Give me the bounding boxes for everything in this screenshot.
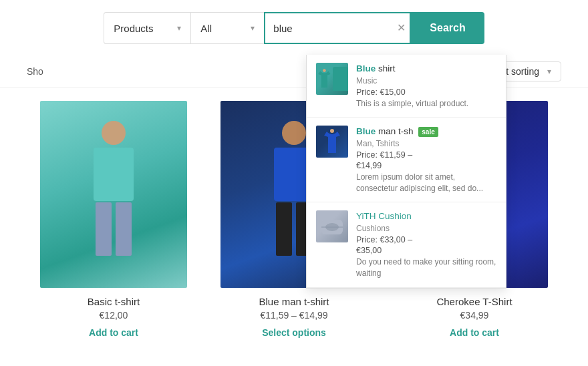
product-card-basic-tshirt: Basic t-shirt €12,00 Add to cart: [27, 101, 200, 338]
legs: [80, 202, 147, 256]
products-dropdown[interactable]: Products ▾: [104, 12, 190, 44]
result-desc-blue-man: Lorem ipsum dolor sit amet, consectetur …: [356, 172, 496, 194]
head-2: [282, 121, 306, 145]
sale-badge: sale: [418, 127, 438, 137]
all-dropdown-label: All: [200, 23, 212, 34]
result-info-cushion: YiTH Cushion Cushions Price: €33,00 – €3…: [356, 210, 496, 279]
select-options-blue-man[interactable]: Select options: [262, 327, 326, 338]
sort-chevron: ▾: [547, 67, 551, 76]
showing-text: Sho: [27, 66, 43, 77]
human-figure-basic: [80, 121, 147, 268]
clear-search-button[interactable]: ✕: [397, 23, 406, 33]
all-dropdown[interactable]: All ▾: [190, 12, 264, 44]
result-highlight: Blue: [356, 63, 376, 73]
body: [94, 148, 134, 201]
product-name-blue-man: Blue man t-shirt: [259, 296, 329, 307]
result-desc-blue-shirt: This is a simple, virtual product.: [356, 98, 496, 110]
result-title-cushion: YiTH Cushion: [356, 210, 496, 222]
svg-point-0: [323, 69, 326, 72]
all-dropdown-chevron: ▾: [251, 23, 255, 33]
result-category-blue-man: Man, Tshirts: [356, 139, 496, 148]
product-price-blue-man: €11,59 – €14,99: [260, 310, 327, 321]
result-info-blue-man: Blue man t-sh sale Man, Tshirts Price: €…: [356, 126, 496, 194]
result-info-blue-shirt: Blue shirt Music Price: €15,00 This is a…: [356, 63, 496, 109]
result-category-blue-shirt: Music: [356, 76, 496, 85]
svg-point-1: [330, 129, 334, 133]
product-img-bg-basic: [40, 101, 187, 288]
search-bar: Products ▾ All ▾ ✕ Search: [0, 0, 588, 56]
product-name-basic-tshirt: Basic t-shirt: [88, 296, 140, 307]
result-title-suffix-2: man t-sh: [376, 126, 413, 136]
result-title-blue-shirt: Blue shirt: [356, 63, 496, 75]
result-price2-blue-man: €14,99: [356, 161, 496, 170]
result-item-blue-man[interactable]: Blue man t-sh sale Man, Tshirts Price: €…: [307, 118, 506, 202]
result-price-blue-shirt: Price: €15,00: [356, 87, 496, 97]
result-title-suffix: shirt: [376, 63, 395, 73]
product-name-cherokee: Cherokee T-Shirt: [436, 296, 512, 307]
result-title-blue-man: Blue man t-sh sale: [356, 126, 496, 138]
result-price-cushion: Price: €33,00 –: [356, 235, 496, 244]
result-price-blue-man: Price: €11,59 –: [356, 150, 496, 160]
product-price-basic-tshirt: €12,00: [100, 310, 128, 321]
leg-left: [96, 202, 112, 256]
search-input-wrapper: ✕: [264, 12, 411, 44]
product-image-basic-tshirt: [40, 101, 187, 288]
result-image-blue-shirt: [316, 63, 348, 95]
result-item-cushion[interactable]: YiTH Cushion Cushions Price: €33,00 – €3…: [307, 202, 506, 287]
result-image-blue-man: [316, 126, 348, 158]
product-price-cherokee: €34,99: [460, 310, 489, 321]
search-results-dropdown: Blue shirt Music Price: €15,00 This is a…: [306, 55, 506, 289]
head: [102, 121, 126, 145]
products-dropdown-chevron: ▾: [177, 23, 181, 33]
result-highlight-2: Blue: [356, 126, 376, 136]
leg-right: [116, 202, 132, 256]
add-to-cart-cherokee[interactable]: Add to cart: [450, 327, 499, 338]
leg-left-2: [276, 202, 292, 256]
products-dropdown-label: Products: [114, 23, 153, 34]
result-category-cushion: Cushions: [356, 224, 496, 233]
result-image-cushion: [316, 210, 348, 242]
result-desc-cushion: Do you need to make your sitting room, w…: [356, 256, 496, 279]
result-price2-cushion: €35,00: [356, 246, 496, 255]
add-to-cart-basic-tshirt[interactable]: Add to cart: [89, 327, 138, 338]
search-input[interactable]: [264, 12, 411, 44]
search-button[interactable]: Search: [411, 12, 484, 44]
result-item-blue-shirt[interactable]: Blue shirt Music Price: €15,00 This is a…: [307, 55, 506, 118]
